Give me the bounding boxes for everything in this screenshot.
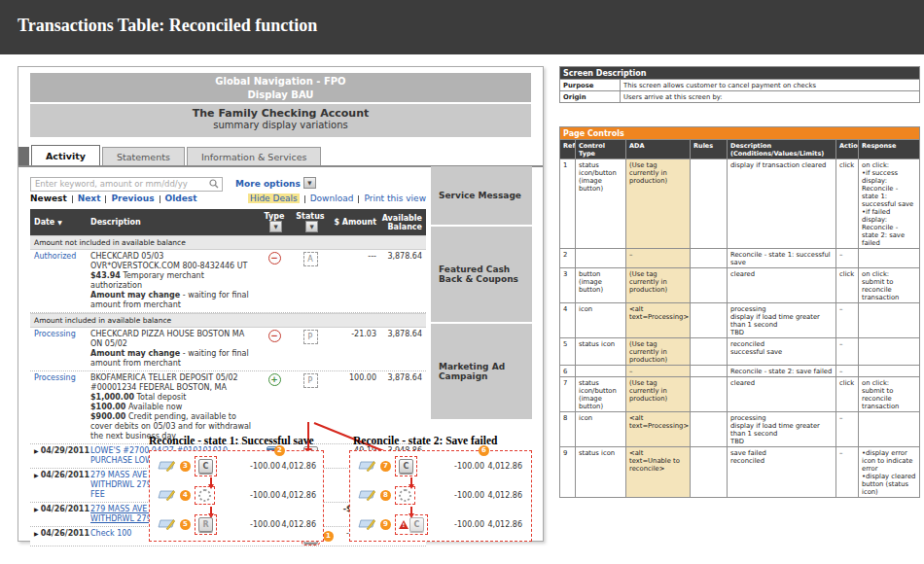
cell-action: – — [836, 447, 859, 498]
amount-cell: -21.03 — [330, 330, 376, 338]
check-icon — [358, 457, 375, 476]
page-controls-row: 3 button (image button) (Use tag current… — [560, 268, 920, 303]
annotation-badge-5: 5 — [180, 519, 191, 530]
cleared-button: C — [198, 459, 213, 474]
cell-control: icon — [576, 412, 626, 447]
spec-column: Screen Description Purpose This screen a… — [559, 66, 919, 498]
expand-row-icon[interactable]: ▶ — [34, 447, 39, 454]
screen-description-title: Screen Description — [560, 67, 920, 80]
link-previous[interactable]: Previous — [111, 194, 154, 203]
link-print-view[interactable]: Print this view — [364, 194, 426, 203]
status-processing-icon: P — [303, 373, 318, 388]
processing-spinner-icon — [399, 489, 411, 502]
marketing-ad-module: Marketing Ad Campaign — [431, 324, 532, 419]
page-controls-row: 8 icon <alt text=Processing> processing … — [560, 412, 920, 447]
search-input[interactable] — [30, 177, 223, 192]
page-controls-row: 4 icon <alt text=Processing> processing … — [560, 303, 920, 338]
more-options-link[interactable]: More options — [235, 179, 301, 189]
status-link-authorized[interactable]: Authorized — [34, 252, 76, 261]
col-amount: $ Amount — [330, 218, 376, 227]
cell-ref: 5 — [560, 338, 576, 366]
link-next[interactable]: Next — [78, 194, 101, 203]
state-row: 3 C — [158, 455, 217, 476]
expand-row-icon[interactable]: ▶ — [34, 506, 39, 512]
decrease-icon: − — [268, 252, 281, 264]
search-icon[interactable] — [209, 174, 219, 193]
cell-ada: (Use tag currently in production) — [626, 159, 691, 249]
page-controls-row: 9 status icon <alt text=Unable to reconc… — [560, 447, 920, 498]
tab-activity[interactable]: Activity — [31, 145, 100, 165]
tab-information-services[interactable]: Information & Services — [187, 147, 322, 165]
sort-desc-icon[interactable]: ▼ — [57, 219, 62, 226]
transaction-link[interactable]: Check 100 — [90, 529, 131, 539]
expand-row-icon[interactable]: ▶ — [34, 472, 39, 478]
link-newest[interactable]: Newest — [30, 194, 67, 203]
col-description: Description — [90, 218, 258, 227]
more-options-dropdown-icon[interactable]: ▼ — [303, 177, 316, 189]
check-icon — [358, 515, 375, 534]
state1-title: Reconcile - state 1: Successful save — [149, 435, 314, 446]
tab-bar-edge — [18, 147, 29, 165]
state2-annotation-box: 6 7 C -100.00 4,012.86 8 -100.00 4,012.8… — [349, 450, 532, 542]
link-oldest[interactable]: Oldest — [165, 194, 197, 203]
col-date[interactable]: Date▼ — [30, 218, 90, 227]
check-icon — [158, 457, 175, 476]
balance-cell: 3,878.64 — [376, 330, 426, 338]
cell-ref: 8 — [560, 412, 576, 447]
cell-description: cleared — [728, 377, 836, 412]
cell-response: on click: •if success display: Reconcile… — [859, 159, 920, 249]
state-row: 5 R — [158, 513, 217, 535]
cell-ada: – — [626, 249, 691, 268]
expand-row-icon[interactable]: ▶ — [34, 530, 39, 537]
col-control-type: Control Type — [576, 140, 626, 159]
annotation-badge-6: 6 — [479, 445, 489, 456]
balance-cell: 4,012.86 — [271, 520, 316, 529]
annotation-badge-3: 3 — [180, 461, 191, 472]
cell-action: – — [836, 249, 859, 268]
status-link-processing[interactable]: Processing — [34, 330, 76, 338]
tab-statements[interactable]: Statements — [102, 147, 185, 165]
cell-control: status icon — [576, 447, 626, 498]
cell-control: icon — [576, 303, 626, 338]
cell-ada: (Use tag currently in production) — [626, 377, 691, 412]
cell-ref: 6 — [560, 366, 576, 377]
cell-rules — [691, 159, 728, 249]
page-controls-table: Page Controls Ref Control Type ADA Rules… — [559, 126, 920, 498]
status-filter-icon[interactable]: ▼ — [305, 221, 318, 232]
cell-ref: 7 — [560, 377, 576, 412]
value-purpose: This screen allows customer to cancel pa… — [621, 80, 920, 91]
date-cell: 04/26/2011 — [41, 471, 89, 479]
cell-ada: (Use tag currently in production) — [626, 268, 691, 303]
link-download[interactable]: Download — [310, 194, 354, 203]
cell-description: reconciled successful save — [728, 338, 836, 366]
account-subtitle: summary display variations — [30, 120, 531, 130]
cell-response — [859, 303, 920, 338]
page-controls-row: 7 status icon/button (image button) (Use… — [560, 377, 920, 412]
annotated-control: C — [195, 456, 217, 476]
table-row: Authorized CHECKCARD 05/03 OVR*OVERSTOCK… — [30, 250, 426, 313]
cell-control — [576, 249, 626, 268]
balance-cell: 3,878.64 — [376, 373, 426, 382]
cell-ref: 4 — [560, 303, 576, 338]
page-title: Transactions Table: Reconciled function — [18, 16, 317, 36]
label-origin: Origin — [560, 91, 621, 103]
status-link-processing[interactable]: Processing — [34, 373, 76, 382]
annotation-badge-4: 4 — [180, 490, 191, 501]
annotation-badge-1: 1 — [323, 531, 334, 542]
cell-response — [859, 412, 920, 447]
view-links: Hide DealsDownloadPrint this view — [248, 194, 426, 203]
cell-action: – — [836, 412, 859, 447]
annotated-control — [395, 486, 415, 505]
divider — [72, 195, 73, 203]
global-nav-line2: Display BAU — [30, 88, 531, 102]
cell-action: click — [836, 268, 859, 303]
type-filter-icon[interactable]: ▼ — [269, 221, 282, 232]
link-hide-deals[interactable]: Hide Deals — [248, 194, 300, 203]
status-authorized-icon: A — [303, 252, 318, 266]
date-cell: 04/26/2011 — [41, 529, 89, 538]
state-row: 7 C — [358, 455, 417, 476]
check-icon — [158, 486, 175, 505]
cell-description: Reconcile - state 2: save failed — [728, 366, 836, 377]
annotation-badge-2: 2 — [274, 445, 285, 456]
check-icon — [158, 515, 175, 534]
